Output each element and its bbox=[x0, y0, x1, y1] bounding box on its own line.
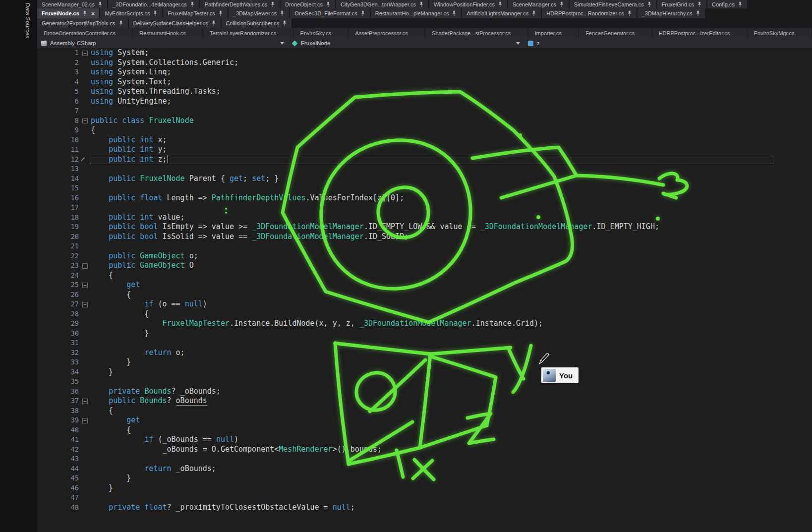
document-tab[interactable]: HDRPPostproc...Randomizer.cs bbox=[542, 8, 637, 18]
document-tab[interactable]: CollisionSubscriber.cs bbox=[222, 18, 292, 28]
document-tab[interactable]: DroneObject.cs bbox=[281, 0, 335, 8]
code-line[interactable]: 23 public GameObject O bbox=[37, 261, 812, 271]
code-line[interactable]: 15 bbox=[37, 183, 812, 193]
code-editor[interactable]: 1using System;2using System.Collections.… bbox=[37, 48, 812, 532]
document-tab[interactable]: _3DMapViewer.cs bbox=[229, 8, 289, 18]
code-line[interactable]: 26 { bbox=[37, 290, 812, 300]
pin-icon[interactable] bbox=[738, 1, 743, 7]
code-line[interactable]: 24 { bbox=[37, 271, 812, 281]
pin-icon[interactable] bbox=[452, 10, 457, 16]
pin-icon[interactable] bbox=[419, 1, 424, 7]
pin-icon[interactable] bbox=[218, 10, 223, 16]
code-line[interactable]: 4using System.Text; bbox=[37, 77, 812, 87]
fold-collapse-icon[interactable] bbox=[79, 48, 91, 58]
file-strip-item[interactable]: EnviroSky.cs bbox=[293, 28, 348, 38]
code-line[interactable]: 45 } bbox=[37, 473, 812, 483]
pin-icon[interactable] bbox=[282, 20, 287, 26]
fold-collapse-icon[interactable] bbox=[79, 261, 91, 271]
code-line[interactable]: 18 public int value; bbox=[37, 213, 812, 223]
code-line[interactable]: 32 return o; bbox=[37, 348, 812, 358]
code-line[interactable]: 30 } bbox=[37, 329, 812, 339]
code-line[interactable]: 33 } bbox=[37, 357, 812, 367]
code-line[interactable]: 39 get bbox=[37, 415, 812, 425]
pin-icon[interactable] bbox=[559, 1, 564, 7]
pin-icon[interactable] bbox=[697, 1, 702, 7]
document-tab[interactable]: Config.cs bbox=[707, 0, 747, 8]
document-tab[interactable]: ArtificialLightsManager.cs bbox=[462, 8, 541, 18]
code-line[interactable]: 5using System.Threading.Tasks; bbox=[37, 87, 812, 97]
document-tab[interactable]: OneSec3D_FileFormat.cs bbox=[290, 8, 370, 18]
code-line[interactable]: 7 bbox=[37, 106, 812, 116]
pin-icon[interactable] bbox=[190, 1, 195, 7]
code-line[interactable]: 8public class FruxelNode bbox=[37, 116, 812, 126]
document-tab[interactable]: FruxelNode.cs× bbox=[37, 8, 99, 18]
pin-icon[interactable] bbox=[531, 10, 536, 16]
document-tab[interactable]: SceneManager_02.cs bbox=[37, 0, 107, 8]
fold-collapse-icon[interactable] bbox=[79, 116, 91, 126]
code-line[interactable]: 27 if (o == null) bbox=[37, 299, 812, 309]
file-strip-item[interactable]: FencesGenerator.cs bbox=[579, 28, 652, 38]
document-tab[interactable]: RestaurantHo...pleManager.cs bbox=[371, 8, 462, 18]
code-line[interactable]: 42 _oBounds = O.GetComponent<MeshRendere… bbox=[37, 445, 812, 455]
document-tab[interactable]: MyEditorScripts.cs bbox=[100, 8, 162, 18]
code-line[interactable]: 14 public FruxelNode Parent { get; set; … bbox=[37, 174, 812, 184]
code-line[interactable]: 47 bbox=[37, 493, 812, 503]
code-line[interactable]: 48 private float? _proximityToClosestObs… bbox=[37, 503, 812, 513]
code-line[interactable]: 11 public int y; bbox=[37, 145, 812, 155]
document-tab[interactable]: PathfinderDepthValues.cs bbox=[200, 0, 280, 8]
code-line[interactable]: 17 bbox=[37, 203, 812, 213]
code-line[interactable]: 35 bbox=[37, 377, 812, 387]
pin-icon[interactable] bbox=[82, 10, 87, 16]
fold-collapse-icon[interactable] bbox=[79, 415, 91, 425]
code-line[interactable]: 20 public bool IsSolid => value == _3DFo… bbox=[37, 232, 812, 242]
file-strip-item[interactable]: ShaderPackage...stProcessor.cs bbox=[425, 28, 528, 38]
fold-collapse-icon[interactable] bbox=[79, 280, 91, 290]
document-tab[interactable]: DeliverySurfaceClassHelper.cs bbox=[129, 18, 221, 28]
code-line[interactable]: 40 { bbox=[37, 425, 812, 435]
chevron-down-icon[interactable] bbox=[280, 42, 284, 45]
close-icon[interactable]: × bbox=[91, 10, 95, 17]
code-line[interactable]: 28 { bbox=[37, 309, 812, 319]
fold-collapse-icon[interactable] bbox=[79, 299, 91, 309]
code-line[interactable]: 31 bbox=[37, 338, 812, 348]
pin-icon[interactable] bbox=[696, 10, 700, 16]
code-line[interactable]: 9{ bbox=[37, 125, 812, 135]
document-tab[interactable]: CityGen3DGen...torWrapper.cs bbox=[336, 0, 428, 8]
code-line[interactable]: 37 public Bounds? oBounds bbox=[37, 396, 812, 406]
code-line[interactable]: 36 private Bounds? _oBounds; bbox=[37, 387, 812, 397]
data-sources-tab[interactable]: Data Sources bbox=[25, 2, 31, 39]
code-line[interactable]: 19 public bool IsEmpty => value >= _3DFo… bbox=[37, 222, 812, 232]
code-line[interactable]: 16 public float Length => PathfinderDept… bbox=[37, 193, 812, 203]
file-strip-item[interactable]: RestaurantHook.cs bbox=[133, 28, 203, 38]
pin-icon[interactable] bbox=[118, 20, 123, 26]
code-line[interactable]: 34 } bbox=[37, 367, 812, 377]
document-tab[interactable]: _3DMapHierarchy.cs bbox=[638, 8, 705, 18]
document-tab[interactable]: FruxelMapTester.cs bbox=[163, 8, 227, 18]
document-tab[interactable]: Generator2ExportMapTools.cs bbox=[37, 18, 128, 28]
file-strip-item[interactable]: TerrainLayerRandomizer.cs bbox=[203, 28, 293, 38]
pin-icon[interactable] bbox=[627, 10, 632, 16]
file-strip-item[interactable]: AssetPreprocessor.cs bbox=[348, 28, 425, 38]
code-line[interactable]: 6using UnityEngine; bbox=[37, 97, 812, 107]
file-strip-item[interactable]: HDRPPostproc...izerEditor.cs bbox=[652, 28, 748, 38]
code-line[interactable]: 12 public int z; bbox=[37, 155, 812, 165]
pin-icon[interactable] bbox=[280, 10, 285, 16]
file-strip-item[interactable]: Importer.cs bbox=[528, 28, 580, 38]
code-line[interactable]: 22 public GameObject o; bbox=[37, 251, 812, 261]
code-line[interactable]: 1using System; bbox=[37, 48, 812, 58]
fold-collapse-icon[interactable] bbox=[79, 396, 91, 406]
document-tab[interactable]: _3DFoundatio...delManager.cs bbox=[108, 0, 199, 8]
member-dropdown[interactable]: z bbox=[524, 38, 812, 48]
pin-icon[interactable] bbox=[211, 20, 216, 26]
document-tab[interactable]: FruxelGrid.cs bbox=[657, 0, 706, 8]
code-line[interactable]: 41 if (_oBounds == null) bbox=[37, 435, 812, 445]
chevron-down-icon[interactable] bbox=[516, 42, 520, 45]
code-line[interactable]: 46 } bbox=[37, 483, 812, 493]
code-line[interactable]: 44 return _oBounds; bbox=[37, 464, 812, 474]
file-strip-item[interactable]: EnviroSkyMgr.cs bbox=[748, 28, 812, 38]
pin-icon[interactable] bbox=[326, 1, 331, 7]
code-line[interactable]: 2using System.Collections.Generic; bbox=[37, 58, 812, 68]
project-dropdown[interactable]: Assembly-CSharp bbox=[37, 38, 288, 48]
pin-icon[interactable] bbox=[498, 1, 503, 7]
code-line[interactable]: 43 bbox=[37, 454, 812, 464]
